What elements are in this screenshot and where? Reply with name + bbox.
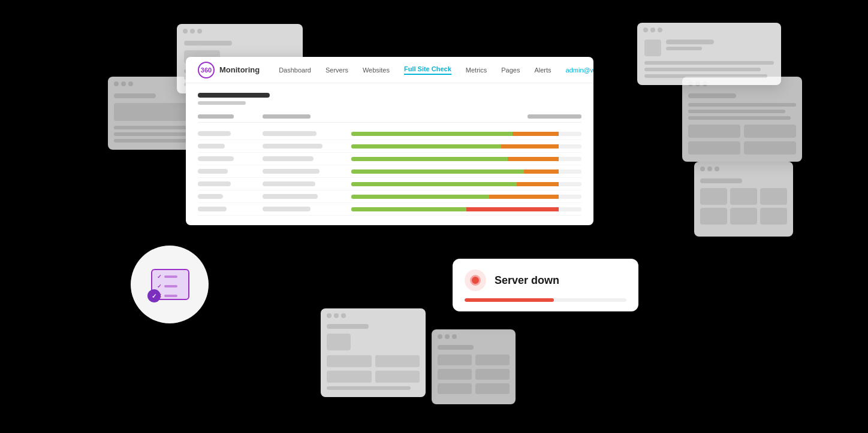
alert-popup: Server down bbox=[453, 259, 638, 311]
nav-dashboard[interactable]: Dashboard bbox=[279, 66, 311, 74]
alert-dot bbox=[470, 275, 481, 286]
alert-progress-bar bbox=[465, 298, 554, 302]
table-row bbox=[198, 128, 581, 140]
nav-servers[interactable]: Servers bbox=[326, 66, 348, 74]
nav-websites[interactable]: Websites bbox=[363, 66, 390, 74]
bg-card-bottom-right bbox=[432, 329, 516, 404]
data-table bbox=[198, 114, 581, 216]
alert-header: Server down bbox=[465, 270, 626, 291]
page-subtitle-skeleton bbox=[198, 101, 246, 105]
table-row bbox=[198, 153, 581, 165]
main-body bbox=[186, 83, 593, 225]
bg-card-bottom-center bbox=[321, 308, 426, 397]
nav-metrics[interactable]: Metrics bbox=[466, 66, 487, 74]
table-row bbox=[198, 203, 581, 216]
table-row bbox=[198, 165, 581, 178]
bg-card-right-mid bbox=[682, 77, 802, 162]
brand-name: Monitoring bbox=[219, 65, 260, 74]
logo-icon: 360 bbox=[198, 62, 215, 78]
table-row bbox=[198, 178, 581, 190]
alert-icon bbox=[465, 270, 486, 291]
bg-card-top-right bbox=[637, 23, 781, 85]
table-row bbox=[198, 140, 581, 153]
page-title-skeleton bbox=[198, 93, 270, 98]
main-card: 360 Monitoring Dashboard Servers Website… bbox=[186, 57, 593, 225]
nav-right: admin@website.com EN ▼ bbox=[566, 66, 593, 74]
alert-title: Server down bbox=[495, 274, 559, 287]
table-header bbox=[198, 114, 581, 123]
table-row bbox=[198, 190, 581, 203]
check-mark-2: ✓ bbox=[157, 283, 162, 289]
checklist-circle: ✓ ✓ ✕ ✓ bbox=[131, 246, 209, 323]
nav-logo: 360 Monitoring bbox=[198, 62, 260, 78]
nav-full-site-check[interactable]: Full Site Check bbox=[404, 65, 451, 75]
scene: 360 Monitoring Dashboard Servers Website… bbox=[0, 0, 868, 433]
check-mark-1: ✓ bbox=[157, 274, 162, 280]
alert-progress-bar-container bbox=[465, 298, 626, 302]
user-email[interactable]: admin@website.com bbox=[566, 66, 593, 74]
nav-pages[interactable]: Pages bbox=[501, 66, 520, 74]
check-badge: ✓ bbox=[147, 289, 161, 302]
nav-alerts[interactable]: Alerts bbox=[534, 66, 551, 74]
bg-card-right-lower bbox=[694, 162, 793, 237]
main-nav: 360 Monitoring Dashboard Servers Website… bbox=[186, 57, 593, 83]
checklist-icon: ✓ ✓ ✕ ✓ bbox=[147, 267, 192, 302]
